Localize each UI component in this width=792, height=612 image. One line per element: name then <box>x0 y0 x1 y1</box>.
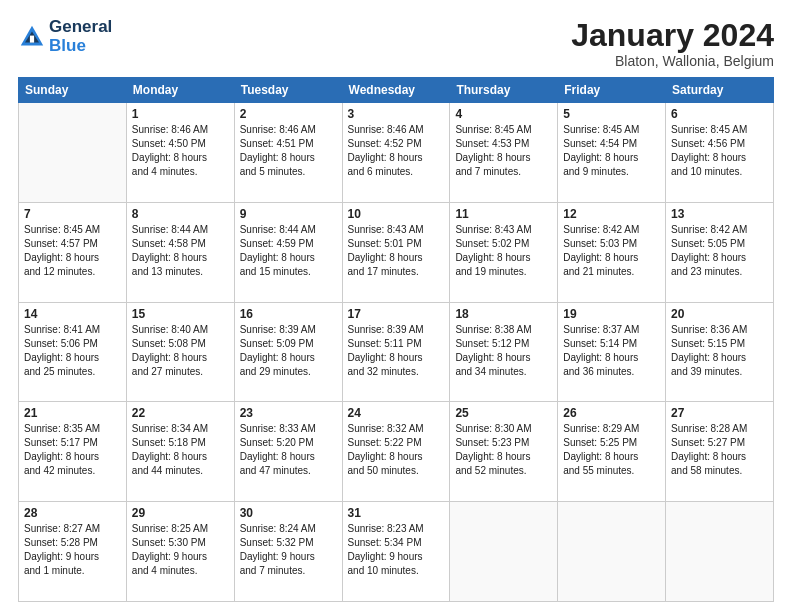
table-row: 15Sunrise: 8:40 AM Sunset: 5:08 PM Dayli… <box>126 302 234 402</box>
table-row: 24Sunrise: 8:32 AM Sunset: 5:22 PM Dayli… <box>342 402 450 502</box>
day-info: Sunrise: 8:41 AM Sunset: 5:06 PM Dayligh… <box>24 323 121 379</box>
table-row: 3Sunrise: 8:46 AM Sunset: 4:52 PM Daylig… <box>342 103 450 203</box>
day-info: Sunrise: 8:45 AM Sunset: 4:53 PM Dayligh… <box>455 123 552 179</box>
day-number: 10 <box>348 207 445 221</box>
calendar-header-row: Sunday Monday Tuesday Wednesday Thursday… <box>19 78 774 103</box>
calendar-week-row: 28Sunrise: 8:27 AM Sunset: 5:28 PM Dayli… <box>19 502 774 602</box>
day-number: 26 <box>563 406 660 420</box>
table-row: 28Sunrise: 8:27 AM Sunset: 5:28 PM Dayli… <box>19 502 127 602</box>
day-number: 4 <box>455 107 552 121</box>
day-number: 15 <box>132 307 229 321</box>
table-row: 20Sunrise: 8:36 AM Sunset: 5:15 PM Dayli… <box>666 302 774 402</box>
day-number: 16 <box>240 307 337 321</box>
day-info: Sunrise: 8:27 AM Sunset: 5:28 PM Dayligh… <box>24 522 121 578</box>
day-number: 21 <box>24 406 121 420</box>
day-number: 1 <box>132 107 229 121</box>
day-number: 11 <box>455 207 552 221</box>
day-number: 2 <box>240 107 337 121</box>
calendar-week-row: 7Sunrise: 8:45 AM Sunset: 4:57 PM Daylig… <box>19 202 774 302</box>
day-info: Sunrise: 8:30 AM Sunset: 5:23 PM Dayligh… <box>455 422 552 478</box>
day-number: 18 <box>455 307 552 321</box>
table-row: 12Sunrise: 8:42 AM Sunset: 5:03 PM Dayli… <box>558 202 666 302</box>
logo-general-label: General <box>49 18 112 37</box>
table-row: 11Sunrise: 8:43 AM Sunset: 5:02 PM Dayli… <box>450 202 558 302</box>
day-info: Sunrise: 8:42 AM Sunset: 5:05 PM Dayligh… <box>671 223 768 279</box>
table-row: 16Sunrise: 8:39 AM Sunset: 5:09 PM Dayli… <box>234 302 342 402</box>
day-number: 27 <box>671 406 768 420</box>
header: General Blue January 2024 Blaton, Wallon… <box>18 18 774 69</box>
day-number: 24 <box>348 406 445 420</box>
logo-icon <box>18 23 46 51</box>
logo-blue-label: Blue <box>49 37 112 56</box>
day-info: Sunrise: 8:36 AM Sunset: 5:15 PM Dayligh… <box>671 323 768 379</box>
table-row: 5Sunrise: 8:45 AM Sunset: 4:54 PM Daylig… <box>558 103 666 203</box>
table-row: 1Sunrise: 8:46 AM Sunset: 4:50 PM Daylig… <box>126 103 234 203</box>
table-row: 9Sunrise: 8:44 AM Sunset: 4:59 PM Daylig… <box>234 202 342 302</box>
day-number: 14 <box>24 307 121 321</box>
day-number: 7 <box>24 207 121 221</box>
logo: General Blue <box>18 18 112 55</box>
day-info: Sunrise: 8:46 AM Sunset: 4:52 PM Dayligh… <box>348 123 445 179</box>
day-info: Sunrise: 8:28 AM Sunset: 5:27 PM Dayligh… <box>671 422 768 478</box>
day-number: 13 <box>671 207 768 221</box>
table-row: 8Sunrise: 8:44 AM Sunset: 4:58 PM Daylig… <box>126 202 234 302</box>
logo-text: General Blue <box>49 18 112 55</box>
location-subtitle: Blaton, Wallonia, Belgium <box>571 53 774 69</box>
day-info: Sunrise: 8:46 AM Sunset: 4:50 PM Dayligh… <box>132 123 229 179</box>
day-info: Sunrise: 8:39 AM Sunset: 5:11 PM Dayligh… <box>348 323 445 379</box>
calendar-week-row: 21Sunrise: 8:35 AM Sunset: 5:17 PM Dayli… <box>19 402 774 502</box>
col-tuesday: Tuesday <box>234 78 342 103</box>
col-wednesday: Wednesday <box>342 78 450 103</box>
day-number: 29 <box>132 506 229 520</box>
day-info: Sunrise: 8:23 AM Sunset: 5:34 PM Dayligh… <box>348 522 445 578</box>
table-row: 7Sunrise: 8:45 AM Sunset: 4:57 PM Daylig… <box>19 202 127 302</box>
day-number: 9 <box>240 207 337 221</box>
table-row: 30Sunrise: 8:24 AM Sunset: 5:32 PM Dayli… <box>234 502 342 602</box>
table-row: 17Sunrise: 8:39 AM Sunset: 5:11 PM Dayli… <box>342 302 450 402</box>
table-row: 27Sunrise: 8:28 AM Sunset: 5:27 PM Dayli… <box>666 402 774 502</box>
day-info: Sunrise: 8:35 AM Sunset: 5:17 PM Dayligh… <box>24 422 121 478</box>
col-thursday: Thursday <box>450 78 558 103</box>
day-number: 23 <box>240 406 337 420</box>
day-info: Sunrise: 8:29 AM Sunset: 5:25 PM Dayligh… <box>563 422 660 478</box>
calendar-table: Sunday Monday Tuesday Wednesday Thursday… <box>18 77 774 602</box>
table-row: 19Sunrise: 8:37 AM Sunset: 5:14 PM Dayli… <box>558 302 666 402</box>
table-row <box>666 502 774 602</box>
table-row: 26Sunrise: 8:29 AM Sunset: 5:25 PM Dayli… <box>558 402 666 502</box>
title-block: January 2024 Blaton, Wallonia, Belgium <box>571 18 774 69</box>
day-info: Sunrise: 8:25 AM Sunset: 5:30 PM Dayligh… <box>132 522 229 578</box>
svg-rect-2 <box>30 35 34 42</box>
day-info: Sunrise: 8:44 AM Sunset: 4:58 PM Dayligh… <box>132 223 229 279</box>
day-number: 5 <box>563 107 660 121</box>
day-number: 19 <box>563 307 660 321</box>
table-row <box>558 502 666 602</box>
table-row: 29Sunrise: 8:25 AM Sunset: 5:30 PM Dayli… <box>126 502 234 602</box>
day-info: Sunrise: 8:42 AM Sunset: 5:03 PM Dayligh… <box>563 223 660 279</box>
day-info: Sunrise: 8:37 AM Sunset: 5:14 PM Dayligh… <box>563 323 660 379</box>
day-number: 20 <box>671 307 768 321</box>
col-sunday: Sunday <box>19 78 127 103</box>
calendar-week-row: 14Sunrise: 8:41 AM Sunset: 5:06 PM Dayli… <box>19 302 774 402</box>
day-info: Sunrise: 8:34 AM Sunset: 5:18 PM Dayligh… <box>132 422 229 478</box>
day-info: Sunrise: 8:40 AM Sunset: 5:08 PM Dayligh… <box>132 323 229 379</box>
table-row: 31Sunrise: 8:23 AM Sunset: 5:34 PM Dayli… <box>342 502 450 602</box>
day-info: Sunrise: 8:45 AM Sunset: 4:57 PM Dayligh… <box>24 223 121 279</box>
day-number: 3 <box>348 107 445 121</box>
day-number: 17 <box>348 307 445 321</box>
table-row: 23Sunrise: 8:33 AM Sunset: 5:20 PM Dayli… <box>234 402 342 502</box>
day-info: Sunrise: 8:43 AM Sunset: 5:01 PM Dayligh… <box>348 223 445 279</box>
table-row: 25Sunrise: 8:30 AM Sunset: 5:23 PM Dayli… <box>450 402 558 502</box>
day-info: Sunrise: 8:38 AM Sunset: 5:12 PM Dayligh… <box>455 323 552 379</box>
day-info: Sunrise: 8:24 AM Sunset: 5:32 PM Dayligh… <box>240 522 337 578</box>
day-info: Sunrise: 8:32 AM Sunset: 5:22 PM Dayligh… <box>348 422 445 478</box>
day-info: Sunrise: 8:45 AM Sunset: 4:54 PM Dayligh… <box>563 123 660 179</box>
table-row: 4Sunrise: 8:45 AM Sunset: 4:53 PM Daylig… <box>450 103 558 203</box>
day-number: 25 <box>455 406 552 420</box>
day-number: 22 <box>132 406 229 420</box>
table-row: 2Sunrise: 8:46 AM Sunset: 4:51 PM Daylig… <box>234 103 342 203</box>
calendar-week-row: 1Sunrise: 8:46 AM Sunset: 4:50 PM Daylig… <box>19 103 774 203</box>
table-row: 21Sunrise: 8:35 AM Sunset: 5:17 PM Dayli… <box>19 402 127 502</box>
day-number: 6 <box>671 107 768 121</box>
day-number: 30 <box>240 506 337 520</box>
day-info: Sunrise: 8:44 AM Sunset: 4:59 PM Dayligh… <box>240 223 337 279</box>
